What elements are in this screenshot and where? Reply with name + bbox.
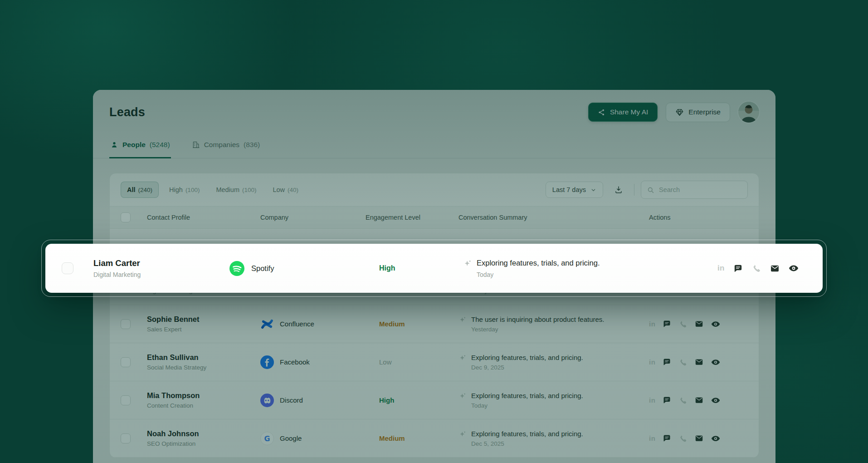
sparkle-icon [458, 354, 467, 362]
filter-low[interactable]: Low (40) [267, 182, 304, 197]
summary-text: Exploring features, trials, and pricing. [471, 354, 583, 361]
filter-bar: All (240) High (100) Medium (100) Low [110, 173, 759, 206]
mail-icon[interactable] [694, 357, 704, 367]
filter-low-count: (40) [288, 187, 298, 193]
screenshot-stage: Leads Share My AI Enterprise [0, 0, 868, 463]
mail-icon[interactable] [694, 395, 704, 405]
summary-cell: Exploring features, trials, and pricing.… [463, 259, 691, 278]
summary-date: Dec 9, 2025 [471, 364, 583, 371]
filter-medium-count: (100) [242, 187, 257, 193]
company-cell: Spotify [229, 261, 379, 276]
company-name: Discord [280, 396, 303, 404]
confluence-icon [260, 317, 274, 331]
date-range-select[interactable]: Last 7 days [546, 182, 603, 198]
mail-icon[interactable] [694, 319, 704, 329]
phone-icon[interactable] [678, 434, 688, 443]
company-cell: Facebook [260, 355, 366, 369]
summary-text: Exploring features, trials, and pricing. [477, 259, 600, 267]
row-checkbox[interactable] [62, 262, 73, 274]
chat-icon[interactable] [662, 357, 672, 367]
mail-icon[interactable] [694, 433, 704, 443]
share-my-ai-button[interactable]: Share My AI [588, 103, 658, 122]
phone-icon[interactable] [678, 396, 688, 405]
summary-text: Exploring features, trials, and pricing. [471, 392, 583, 399]
chat-icon[interactable] [733, 263, 743, 274]
table-header: Contact Profile Company Engagement Level… [110, 206, 759, 229]
tab-people-count: (5248) [150, 141, 170, 149]
discord-icon [260, 394, 274, 407]
table-row[interactable]: Ethan Sullivan Social Media Strategy Fac… [110, 343, 759, 381]
sparkle-icon [458, 392, 467, 400]
sparkle-icon [458, 430, 467, 438]
filter-high[interactable]: High (100) [163, 182, 205, 197]
tab-people[interactable]: People (5248) [109, 132, 171, 158]
download-button[interactable] [610, 181, 628, 198]
eye-icon[interactable] [711, 319, 721, 329]
table-row[interactable]: Mia Thompson Content Creation Discord Hi… [110, 381, 759, 419]
contact-cell: Sophie Bennet Sales Expert [147, 315, 260, 333]
eye-icon[interactable] [788, 263, 799, 274]
linkedin-icon[interactable]: in [717, 264, 725, 273]
table-row[interactable]: Noah Johnson SEO Optimization G Google M… [110, 419, 759, 458]
filter-medium[interactable]: Medium (100) [210, 182, 262, 197]
chat-icon[interactable] [662, 319, 672, 329]
linkedin-icon[interactable]: in [649, 358, 655, 366]
eye-icon[interactable] [711, 433, 721, 443]
contact-role: Sales Expert [147, 326, 260, 333]
search-box[interactable] [641, 181, 748, 199]
engagement-filters: All (240) High (100) Medium (100) Low [121, 182, 304, 198]
search-input[interactable] [659, 186, 742, 193]
engagement-value: Medium [366, 434, 458, 442]
col-conversation-summary: Conversation Summary [458, 214, 649, 221]
linkedin-icon[interactable]: in [649, 320, 655, 328]
chevron-down-icon [590, 187, 596, 193]
select-all-checkbox[interactable] [121, 212, 131, 222]
filter-high-label: High [169, 186, 183, 193]
tab-people-label: People [122, 141, 146, 149]
date-range-value: Last 7 days [552, 186, 586, 193]
eye-icon[interactable] [711, 395, 721, 405]
actions-cell: in [649, 319, 748, 329]
content-area: All (240) High (100) Medium (100) Low [93, 158, 775, 463]
summary-date: Yesterday [471, 326, 605, 333]
filter-all[interactable]: All (240) [121, 182, 159, 198]
spotify-icon [229, 261, 244, 276]
contact-cell: Liam Carter Digital Marketing [93, 258, 229, 278]
engagement-value: High [366, 396, 458, 404]
col-engagement-level: Engagement Level [366, 214, 458, 221]
table-row[interactable]: Sophie Bennet Sales Expert Confluence Me… [110, 305, 759, 343]
company-name: Google [280, 434, 302, 442]
linkedin-icon[interactable]: in [649, 434, 655, 442]
tab-companies[interactable]: Companies (836) [191, 132, 261, 158]
chat-icon[interactable] [662, 433, 672, 443]
enterprise-button[interactable]: Enterprise [666, 103, 730, 122]
row-checkbox[interactable] [121, 433, 131, 443]
phone-icon[interactable] [678, 320, 688, 329]
actions-cell: in [649, 395, 748, 405]
row-checkbox[interactable] [121, 395, 131, 405]
chat-icon[interactable] [662, 395, 672, 405]
row-checkbox[interactable] [121, 319, 131, 329]
contact-cell: Ethan Sullivan Social Media Strategy [147, 353, 260, 371]
tab-companies-count: (836) [244, 141, 260, 149]
leads-card: All (240) High (100) Medium (100) Low [109, 173, 759, 458]
eye-icon[interactable] [711, 357, 721, 367]
gem-icon [675, 108, 684, 117]
linkedin-icon[interactable]: in [649, 396, 655, 404]
company-cell: Discord [260, 394, 366, 407]
phone-icon[interactable] [751, 263, 761, 273]
contact-name: Sophie Bennet [147, 315, 260, 324]
row-checkbox[interactable] [121, 357, 131, 367]
contact-cell: Mia Thompson Content Creation [147, 391, 260, 409]
user-avatar[interactable] [738, 102, 759, 123]
spotlight-lead-row[interactable]: Liam Carter Digital Marketing Spotify Hi… [45, 244, 823, 293]
contact-role: Social Media Strategy [147, 364, 260, 371]
phone-icon[interactable] [678, 358, 688, 367]
building-icon [192, 141, 200, 149]
summary-text: Exploring features, trials, and pricing. [471, 430, 583, 438]
toolbar-divider [634, 184, 634, 196]
summary-cell: Exploring features, trials, and pricing.… [458, 430, 649, 447]
facebook-icon [260, 355, 274, 369]
mail-icon[interactable] [770, 263, 780, 274]
contact-name: Mia Thompson [147, 391, 260, 400]
